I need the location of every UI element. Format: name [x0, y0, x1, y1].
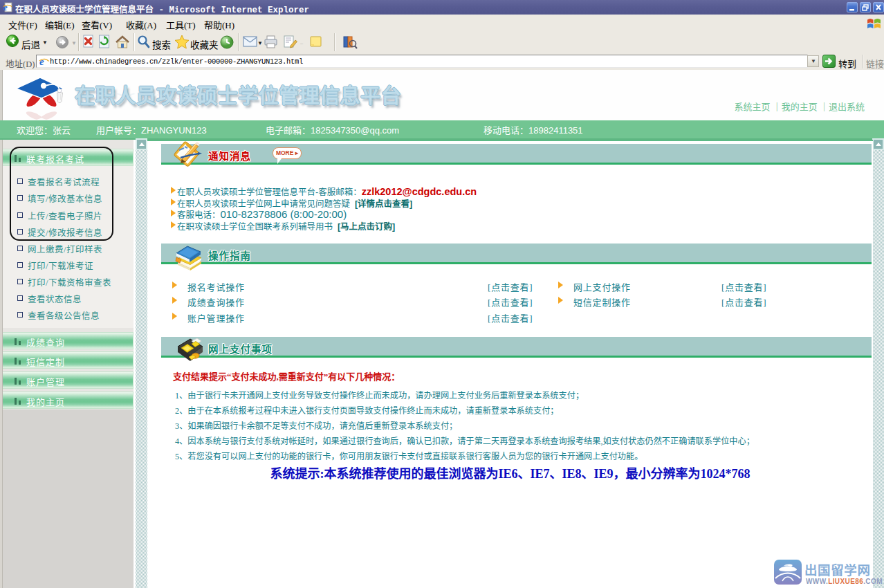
svg-text:e: e: [39, 56, 44, 67]
svg-text:e: e: [3, 2, 8, 12]
svg-text:出国留学网: 出国留学网: [804, 563, 871, 578]
svg-text:WWW.LIUXUE86.COM: WWW.LIUXUE86.COM: [806, 578, 883, 585]
